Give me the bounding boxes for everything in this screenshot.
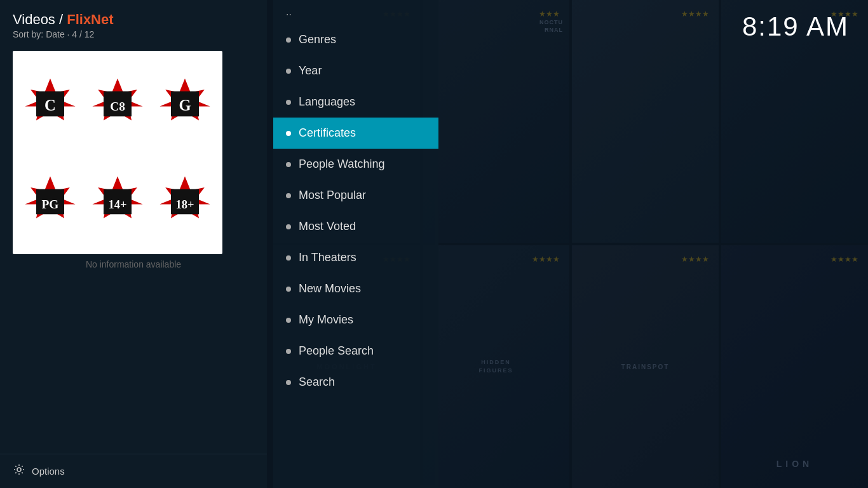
menu-item-certificates[interactable]: Certificates — [273, 118, 438, 149]
cert-pg-badge: PG — [22, 173, 78, 229]
bullet-most-popular — [286, 193, 291, 198]
label-genres: Genres — [299, 33, 336, 46]
menu-item-search[interactable]: Search — [273, 367, 438, 398]
svg-text:C: C — [44, 97, 56, 114]
menu-item-in-theaters[interactable]: In Theaters — [273, 242, 438, 273]
header-title: Videos / FlixNet — [13, 11, 254, 28]
options-icon — [13, 463, 25, 479]
label-people-search: People Search — [299, 344, 374, 358]
bullet-most-voted — [286, 224, 291, 229]
cert-c8-badge: C8 — [90, 76, 146, 132]
svg-text:G: G — [179, 97, 191, 114]
menu-item-genres[interactable]: Genres — [273, 24, 438, 55]
menu-item-people-watching[interactable]: People Watching — [273, 149, 438, 180]
back-label: .. — [286, 6, 292, 18]
label-year: Year — [299, 64, 322, 78]
svg-text:PG: PG — [42, 198, 59, 211]
bullet-search — [286, 380, 291, 385]
clock: 8:19 AM — [742, 11, 849, 42]
cert-18-cell: 18+ — [153, 154, 217, 249]
bullet-year — [286, 69, 291, 74]
left-panel: Videos / FlixNet Sort by: Date · 4 / 12 … — [0, 0, 267, 488]
menu-item-my-movies[interactable]: My Movies — [273, 304, 438, 336]
cert-pg-cell: PG — [18, 154, 83, 249]
bullet-people-watching — [286, 162, 291, 167]
svg-text:C8: C8 — [110, 100, 125, 113]
svg-point-18 — [17, 468, 21, 471]
label-in-theaters: In Theaters — [299, 251, 356, 264]
label-most-voted: Most Voted — [299, 220, 356, 233]
bullet-languages — [286, 100, 291, 105]
menu-item-back[interactable]: .. — [273, 0, 438, 24]
cert-c-badge: C — [22, 76, 78, 132]
app-name: FlixNet — [67, 11, 113, 27]
cert-c-cell: C — [18, 56, 83, 151]
header-subtitle: Sort by: Date · 4 / 12 — [13, 29, 254, 39]
label-my-movies: My Movies — [299, 313, 353, 327]
label-search: Search — [299, 376, 335, 389]
no-info-text: No information available — [13, 259, 254, 269]
options-bar[interactable]: Options — [0, 454, 267, 488]
label-people-watching: People Watching — [299, 158, 384, 171]
menu-item-most-voted[interactable]: Most Voted — [273, 211, 438, 242]
menu-item-languages[interactable]: Languages — [273, 86, 438, 118]
menu-list: .. Genres Year Languages Certificates Pe… — [273, 0, 438, 488]
menu-item-most-popular[interactable]: Most Popular — [273, 180, 438, 211]
thumbnail-area: C C8 — [13, 51, 254, 269]
cert-g-cell: G — [153, 56, 217, 151]
label-languages: Languages — [299, 95, 355, 109]
label-new-movies: New Movies — [299, 282, 361, 295]
menu-item-year[interactable]: Year — [273, 55, 438, 86]
header-prefix: Videos / — [13, 11, 67, 27]
bullet-people-search — [286, 349, 291, 354]
cert-g-badge: G — [157, 76, 213, 132]
bullet-genres — [286, 37, 291, 43]
bullet-new-movies — [286, 287, 291, 292]
menu-item-people-search[interactable]: People Search — [273, 336, 438, 367]
options-label: Options — [32, 466, 65, 477]
cert-14-badge: 14+ — [90, 173, 146, 229]
svg-text:14+: 14+ — [109, 198, 127, 211]
label-certificates: Certificates — [299, 126, 356, 140]
bullet-my-movies — [286, 318, 291, 323]
cert-14-cell: 14+ — [85, 154, 150, 249]
cert-c8-cell: C8 — [85, 56, 150, 151]
menu-item-new-movies[interactable]: New Movies — [273, 273, 438, 304]
svg-text:18+: 18+ — [176, 198, 194, 211]
certificates-thumbnail: C C8 — [13, 51, 222, 254]
bullet-certificates — [286, 131, 291, 136]
bullet-in-theaters — [286, 255, 291, 261]
cert-18-badge: 18+ — [157, 173, 213, 229]
label-most-popular: Most Popular — [299, 189, 366, 202]
header: Videos / FlixNet Sort by: Date · 4 / 12 — [0, 0, 267, 43]
